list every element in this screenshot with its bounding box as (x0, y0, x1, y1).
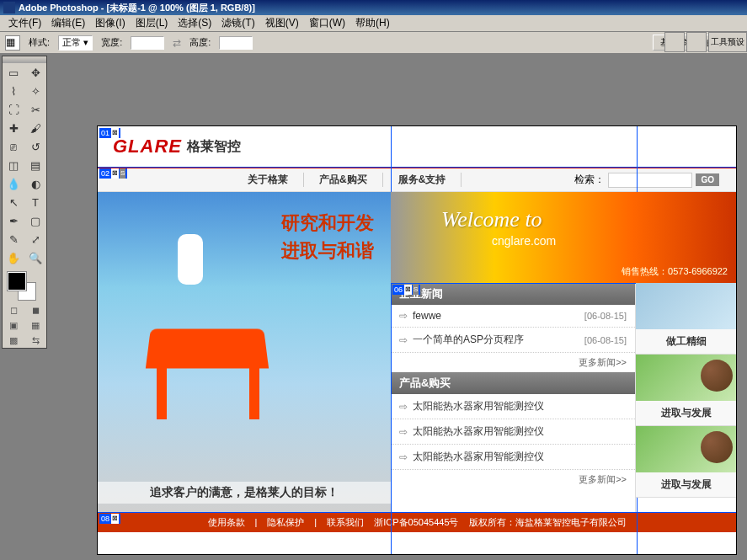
tool-preset-icon[interactable]: ▦ (5, 35, 20, 51)
style-select[interactable]: 正常 ▾ (58, 35, 93, 51)
product-item[interactable]: ⇨ 太阳能热水器家用智能测控仪 (391, 394, 635, 419)
hero-headline: 研究和开发 进取与和谐 (281, 209, 374, 264)
slice-badge-06[interactable]: 06⊠S (392, 285, 420, 295)
healing-tool[interactable]: ✚ (3, 119, 24, 137)
menu-help[interactable]: 帮助(H) (350, 14, 395, 32)
chair-graphic (148, 327, 283, 428)
gradient-tool[interactable]: ▤ (24, 156, 46, 174)
side-image-1 (636, 283, 736, 329)
product-item[interactable]: ⇨ 太阳能热水器家用智能测控仪 (391, 445, 635, 470)
arrow-icon: ⇨ (399, 401, 408, 413)
product-item[interactable]: ⇨ 太阳能热水器家用智能测控仪 (391, 419, 635, 445)
arrow-icon: ⇨ (399, 451, 408, 463)
footer-terms[interactable]: 使用条款 (208, 516, 245, 529)
site-header: GLARE 格莱智控 (98, 126, 736, 167)
right-dock: 工具预设 (664, 32, 747, 52)
toolbox-grip[interactable] (3, 56, 46, 63)
nav-about[interactable]: 关于格莱 (232, 173, 304, 187)
arrow-icon: ⇨ (399, 310, 408, 322)
screen-mode-3[interactable]: ▩ (3, 333, 24, 348)
height-input[interactable] (219, 36, 253, 50)
search-go-button[interactable]: GO (696, 173, 719, 186)
quick-mask-on[interactable]: ◼ (24, 302, 46, 317)
slice-badge-01[interactable]: 01⊠ (99, 128, 120, 138)
hotline-text: 销售热线：0573-6966922 (622, 265, 728, 278)
side-card-2[interactable]: 进取与发展 (636, 355, 736, 426)
marquee-tool[interactable]: ▭ (3, 63, 24, 82)
path-tool[interactable]: ↖ (3, 193, 24, 211)
news-item[interactable]: ⇨ fewwe [06-08-15] (391, 305, 635, 328)
workspace: ▭ ✥ ⌇ ✧ ⛶ ✂ ✚ 🖌 ⎚ ↺ ◫ ▤ 💧 ◐ ↖ T ✒ ▢ ✎ ⤢ … (0, 54, 747, 560)
slice-badge-08[interactable]: 08⊠ (99, 514, 120, 524)
app-icon (3, 2, 15, 13)
history-brush-tool[interactable]: ↺ (24, 137, 46, 156)
dock-tools-preset[interactable]: 工具预设 (708, 32, 747, 52)
title-bar: Adobe Photoshop - [未标题-1 @ 100% (图层 1, R… (0, 0, 747, 15)
hero-right: Welcome to cnglare.com 销售热线：0573-6966922… (391, 192, 736, 512)
side-image-2 (636, 355, 736, 401)
crop-tool[interactable]: ⛶ (3, 100, 24, 119)
arrow-icon: ⇨ (399, 334, 408, 346)
menu-image[interactable]: 图像(I) (90, 14, 130, 32)
width-label: 宽度: (101, 36, 122, 49)
jump-to-imageready[interactable]: ⇆ (24, 333, 46, 348)
move-tool[interactable]: ✥ (24, 63, 46, 82)
footer-contact[interactable]: 联系我们 (327, 516, 364, 529)
welcome-banner: Welcome to cnglare.com 销售热线：0573-6966922 (391, 192, 736, 283)
slice-badge-02[interactable]: 02⊠S (99, 168, 127, 179)
news-header: 企业新闻 (391, 283, 635, 305)
type-tool[interactable]: T (24, 193, 46, 211)
menu-select[interactable]: 选择(S) (173, 14, 216, 32)
welcome-subtitle: cnglare.com (492, 234, 556, 248)
screen-mode-1[interactable]: ▣ (3, 317, 24, 333)
dock-button-2[interactable] (686, 32, 707, 52)
blur-tool[interactable]: 💧 (3, 174, 24, 193)
footer-copyright: 版权所有：海盐格莱智控电子有限公司 (469, 516, 627, 529)
zoom-tool[interactable]: 🔍 (24, 248, 46, 267)
news-more-link[interactable]: 更多新闻>> (391, 353, 635, 372)
menu-layer[interactable]: 图层(L) (131, 14, 173, 32)
width-input[interactable] (131, 36, 164, 50)
notes-tool[interactable]: ✎ (3, 230, 24, 248)
quick-mask-off[interactable]: ◻ (3, 302, 24, 317)
nav-products[interactable]: 产品&购买 (304, 173, 383, 187)
footer-icp: 浙ICP备05045445号 (374, 516, 458, 529)
person-graphic (157, 200, 224, 327)
dodge-tool[interactable]: ◐ (24, 174, 46, 193)
screen-mode-2[interactable]: ▦ (24, 317, 46, 333)
color-swatches[interactable] (3, 267, 46, 302)
lasso-tool[interactable]: ⌇ (3, 82, 24, 100)
eraser-tool[interactable]: ◫ (3, 156, 24, 174)
site-footer: 使用条款 | 隐私保护 | 联系我们 浙ICP备05045445号 版权所有：海… (98, 512, 736, 532)
logo-cn: 格莱智控 (187, 138, 241, 156)
menu-filter[interactable]: 滤镜(T) (216, 14, 259, 32)
canvas-document[interactable]: 01⊠ 02⊠S 03⊠ 04⊠ 05⊠ 06⊠S 07⊠ 08⊠ GLARE … (97, 125, 737, 555)
brush-tool[interactable]: 🖌 (24, 119, 46, 137)
search-input[interactable] (608, 173, 692, 188)
wand-tool[interactable]: ✧ (24, 82, 46, 100)
hero-left: 研究和开发 进取与和谐 追求客户的满意，是格莱人的目标！ (98, 192, 391, 512)
menu-edit[interactable]: 编辑(E) (46, 14, 90, 32)
menu-view[interactable]: 视图(V) (260, 14, 304, 32)
hand-tool[interactable]: ✋ (3, 248, 24, 267)
side-card-1[interactable]: 做工精细 (636, 283, 736, 355)
dock-button-1[interactable] (664, 32, 685, 52)
shape-tool[interactable]: ▢ (24, 211, 46, 230)
search-label: 检索： (574, 173, 605, 187)
foreground-color[interactable] (8, 272, 26, 291)
menu-window[interactable]: 窗口(W) (304, 14, 350, 32)
nav-service[interactable]: 服务&支持 (383, 173, 462, 187)
menu-file[interactable]: 文件(F) (3, 14, 46, 32)
window-title: Adobe Photoshop - [未标题-1 @ 100% (图层 1, R… (19, 2, 255, 14)
toolbox: ▭ ✥ ⌇ ✧ ⛶ ✂ ✚ 🖌 ⎚ ↺ ◫ ▤ 💧 ◐ ↖ T ✒ ▢ ✎ ⤢ … (2, 56, 47, 349)
eyedropper-tool[interactable]: ⤢ (24, 230, 46, 248)
footer-privacy[interactable]: 隐私保护 (267, 516, 304, 529)
slice-tool[interactable]: ✂ (24, 100, 46, 119)
news-column: 企业新闻 ⇨ fewwe [06-08-15] ⇨ 一个简单的ASP分页程序 [… (391, 283, 635, 512)
side-card-3[interactable]: 进取与发展 (636, 426, 736, 498)
stamp-tool[interactable]: ⎚ (3, 137, 24, 156)
pen-tool[interactable]: ✒ (3, 211, 24, 230)
welcome-title: Welcome to (441, 207, 542, 232)
news-item[interactable]: ⇨ 一个简单的ASP分页程序 [06-08-15] (391, 328, 635, 353)
products-more-link[interactable]: 更多新闻>> (391, 470, 635, 489)
